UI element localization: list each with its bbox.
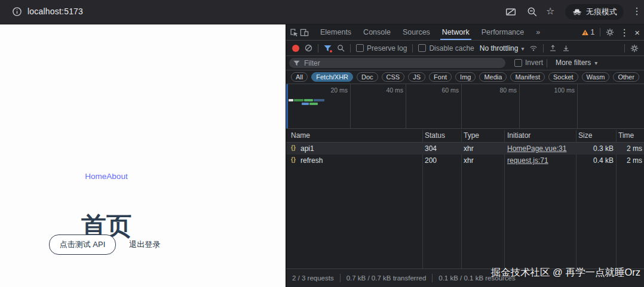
browser-toolbar: localhost:5173 ☆ 无痕模式 xyxy=(0,0,644,24)
more-filters-label: More filters xyxy=(556,58,591,67)
request-time: 2 ms xyxy=(618,156,642,165)
request-name[interactable]: api1 xyxy=(300,144,314,153)
column-header-status[interactable]: Status xyxy=(425,131,445,140)
nav-link-home[interactable]: Home xyxy=(85,172,106,181)
column-header-name[interactable]: Name xyxy=(291,131,310,140)
filter-toggle-icon[interactable] xyxy=(324,45,332,52)
timeline-gridline xyxy=(577,84,578,128)
chip-other[interactable]: Other xyxy=(613,72,639,82)
page-nav: HomeAbout xyxy=(0,172,213,181)
disable-cache-label: Disable cache xyxy=(429,44,474,53)
summary-transferred: 0.7 kB / 0.7 kB transferred xyxy=(346,274,427,282)
request-initiator-link[interactable]: request.js:71 xyxy=(507,156,548,165)
request-type: xhr xyxy=(464,144,474,153)
clear-network-log-icon[interactable] xyxy=(305,44,312,52)
more-tabs-chevron[interactable]: » xyxy=(530,24,545,40)
column-header-type[interactable]: Type xyxy=(464,131,479,140)
devtools-settings-icon[interactable] xyxy=(606,28,614,36)
tab-sources[interactable]: Sources xyxy=(397,24,436,40)
checkbox-box[interactable] xyxy=(418,44,426,52)
more-filters-dropdown[interactable]: More filters xyxy=(556,58,597,67)
import-har-icon[interactable] xyxy=(549,44,557,52)
browser-menu-icon[interactable] xyxy=(632,5,642,17)
divider xyxy=(432,274,433,282)
tick-60ms: 60 ms xyxy=(403,87,459,94)
page-button-row: 点击测试 API 退出登录 xyxy=(0,234,213,255)
network-table-header: Name Status Type Initiator Size Time xyxy=(286,129,644,143)
device-toolbar-icon[interactable] xyxy=(300,28,309,37)
chip-fetch-xhr[interactable]: Fetch/XHR xyxy=(311,72,353,82)
network-request-row-api1[interactable]: {} api1 304 xhr HomePage.vue:31 0.3 kB 2… xyxy=(286,143,644,155)
chip-font[interactable]: Font xyxy=(429,72,452,82)
checkbox-box[interactable] xyxy=(356,44,364,52)
chip-img[interactable]: Img xyxy=(455,72,476,82)
console-warning-badge[interactable]: 1 xyxy=(581,28,595,36)
column-header-time[interactable]: Time xyxy=(618,131,634,140)
chip-js[interactable]: JS xyxy=(408,72,425,82)
filter-bar: Invert More filters xyxy=(286,56,644,70)
tab-elements[interactable]: Elements xyxy=(315,24,357,40)
bookmark-star-icon[interactable]: ☆ xyxy=(546,5,554,17)
request-size: 0.3 kB xyxy=(554,144,614,153)
xhr-braces-icon: {} xyxy=(291,144,296,151)
warning-count: 1 xyxy=(591,28,595,36)
invert-filter-checkbox[interactable]: Invert xyxy=(514,58,543,67)
network-request-row-refresh[interactable]: {} refresh 200 xhr request.js:71 0.4 kB … xyxy=(286,155,644,166)
address-bar[interactable]: localhost:5173 xyxy=(27,7,83,16)
devtools-panel: Elements Console Sources Network Perform… xyxy=(286,24,644,287)
throttling-dropdown[interactable]: No throttling xyxy=(480,44,525,53)
filter-input[interactable] xyxy=(303,58,484,68)
search-icon[interactable] xyxy=(337,44,345,52)
chip-manifest[interactable]: Manifest xyxy=(510,72,545,82)
tab-network[interactable]: Network xyxy=(437,24,475,40)
divider xyxy=(350,44,351,53)
xhr-braces-icon: {} xyxy=(291,156,296,163)
preserve-log-label: Preserve log xyxy=(367,44,407,53)
tab-performance[interactable]: Performance xyxy=(476,24,530,40)
devtools-menu-icon[interactable] xyxy=(620,27,629,38)
waterfall-bar xyxy=(302,103,309,105)
test-api-button[interactable]: 点击测试 API xyxy=(49,234,116,255)
invert-label: Invert xyxy=(525,58,543,67)
request-status: 200 xyxy=(425,156,437,165)
chip-socket[interactable]: Socket xyxy=(548,72,578,82)
chevron-down-icon xyxy=(521,44,524,53)
devtools-close-icon[interactable]: × xyxy=(634,27,640,38)
request-status: 304 xyxy=(425,144,437,153)
incognito-label: 无痕模式 xyxy=(586,7,617,17)
export-har-icon[interactable] xyxy=(562,44,570,52)
chip-doc[interactable]: Doc xyxy=(357,72,378,82)
checkbox-box[interactable] xyxy=(514,59,522,67)
column-header-initiator[interactable]: Initiator xyxy=(507,131,530,140)
network-overview-timeline[interactable]: 20 ms 40 ms 60 ms 80 ms 100 ms xyxy=(286,84,644,129)
chip-css[interactable]: CSS xyxy=(382,72,405,82)
chip-wasm[interactable]: Wasm xyxy=(582,72,610,82)
send-to-device-icon[interactable] xyxy=(505,7,516,17)
divider xyxy=(543,44,544,53)
chevron-down-icon xyxy=(594,58,597,67)
disable-cache-checkbox[interactable]: Disable cache xyxy=(418,44,474,53)
network-conditions-icon[interactable] xyxy=(529,44,538,52)
waterfall-bar xyxy=(294,99,303,101)
column-header-size[interactable]: Size xyxy=(578,131,592,140)
summary-requests: 2 / 3 requests xyxy=(292,274,334,282)
site-info-icon[interactable] xyxy=(12,7,22,17)
inspect-element-icon[interactable] xyxy=(290,28,299,37)
chip-media[interactable]: Media xyxy=(479,72,507,82)
network-settings-icon[interactable] xyxy=(630,44,639,53)
zoom-icon[interactable] xyxy=(527,7,538,17)
chip-all[interactable]: All xyxy=(291,72,308,82)
record-network-log-button[interactable] xyxy=(292,45,299,52)
logout-button[interactable]: 退出登录 xyxy=(125,239,164,251)
divider xyxy=(318,44,318,53)
network-toolbar: Preserve log Disable cache No throttling xyxy=(286,41,644,56)
request-type-filter-chips: All Fetch/XHR Doc CSS JS Font Img Media … xyxy=(286,70,644,84)
waterfall-bar xyxy=(304,99,313,101)
request-name[interactable]: refresh xyxy=(300,156,323,165)
waterfall-bar xyxy=(314,99,324,101)
nav-link-about[interactable]: About xyxy=(106,172,127,181)
tab-console[interactable]: Console xyxy=(358,24,396,40)
divider xyxy=(340,274,341,282)
divider xyxy=(547,59,547,67)
preserve-log-checkbox[interactable]: Preserve log xyxy=(356,44,407,53)
